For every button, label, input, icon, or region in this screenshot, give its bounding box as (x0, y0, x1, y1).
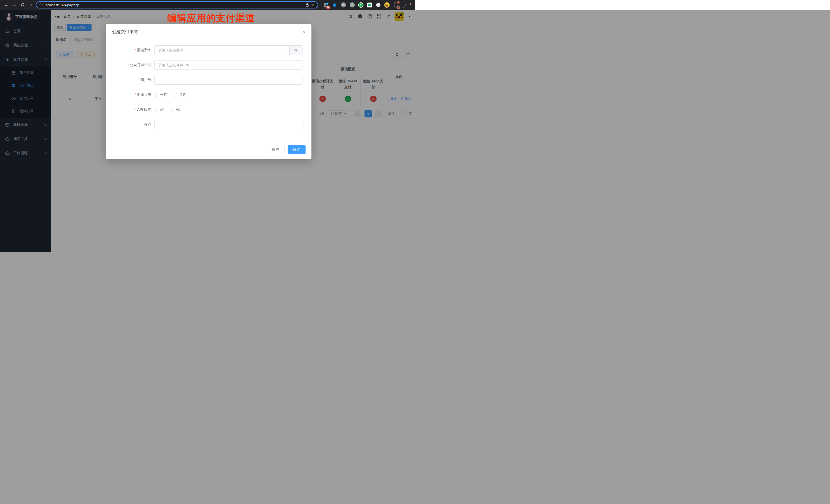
radio-status-disabled[interactable]: 关闭 (174, 93, 187, 97)
appid-input[interactable] (154, 60, 302, 70)
appid-label: *公众号APPID (112, 63, 154, 67)
extension-command-icon[interactable]: ⌘ (341, 2, 346, 8)
bookmark-star-icon[interactable]: ☆ (311, 3, 315, 7)
merchant-no-input[interactable] (154, 75, 302, 85)
form-row-remark: 备注 (112, 120, 306, 129)
radio-api-v2[interactable]: v2 (154, 108, 164, 112)
browser-toolbar: ← → ⌂ ⓘ localhost:1024/pay/app ☆ 10 ⌘ Y … (0, 0, 415, 10)
form-row-merchant-no: *商户号 (112, 75, 306, 85)
cancel-button[interactable]: 取消 (266, 145, 285, 154)
channel-rate-input[interactable] (154, 45, 290, 55)
browser-home-button[interactable]: ⌂ (27, 1, 34, 8)
remark-input[interactable] (154, 120, 302, 129)
dialog-title: 创建支付渠道 (112, 29, 138, 35)
extension-kite-icon[interactable] (332, 2, 338, 8)
share-icon[interactable] (305, 3, 309, 7)
extension-emoji-icon[interactable] (384, 2, 390, 8)
browser-menu-icon[interactable]: ⋮ (409, 3, 412, 7)
address-bar[interactable]: ⓘ localhost:1024/pay/app ☆ (36, 1, 318, 8)
reload-icon (21, 3, 25, 7)
percent-suffix: % (290, 45, 302, 55)
extension-badge: 10 (326, 6, 330, 9)
merchant-no-label: *商户号 (112, 78, 154, 82)
radio-icon (170, 108, 174, 112)
form-row-channel-status: *渠道状态 开启 关闭 (112, 90, 306, 99)
radio-icon (154, 93, 158, 97)
extension-chat-icon[interactable] (367, 2, 373, 8)
confirm-button[interactable]: 确定 (288, 145, 306, 154)
browser-reload-button[interactable] (19, 1, 26, 8)
create-payment-channel-dialog: 创建支付渠道 × *渠道费率 % *公众号APPID *商户号 (106, 24, 312, 159)
extension-y-icon[interactable]: Y (358, 2, 364, 8)
annotation-text: 编辑应用的支付渠道 (167, 12, 255, 25)
extension-tabs-icon[interactable]: 10 (323, 2, 329, 8)
dialog-close-icon[interactable]: × (302, 29, 305, 34)
form-row-appid: *公众号APPID (112, 60, 306, 70)
radio-api-v3[interactable]: v3 (170, 108, 180, 112)
url-text[interactable]: localhost:1024/pay/app (45, 3, 303, 7)
extension-puzzle-icon[interactable] (376, 2, 381, 8)
radio-icon (154, 108, 158, 112)
radio-icon (174, 93, 178, 97)
channel-status-label: *渠道状态 (112, 93, 154, 97)
browser-back-button[interactable]: ← (3, 1, 10, 8)
form-row-api-version: *API 版本 v2 v3 (112, 105, 306, 114)
remark-label: 备注 (112, 122, 154, 127)
api-version-label: *API 版本 (112, 107, 154, 112)
browser-update-button[interactable]: 更新 (394, 2, 406, 8)
extension-strip: 10 ⌘ Y (323, 2, 390, 8)
browser-forward-button[interactable]: → (11, 1, 18, 8)
extension-recorder-icon[interactable] (349, 2, 355, 8)
radio-status-enabled[interactable]: 开启 (154, 93, 167, 97)
form-row-channel-rate: *渠道费率 % (112, 45, 306, 55)
site-info-icon[interactable]: ⓘ (39, 3, 43, 7)
channel-rate-label: *渠道费率 (112, 48, 154, 53)
